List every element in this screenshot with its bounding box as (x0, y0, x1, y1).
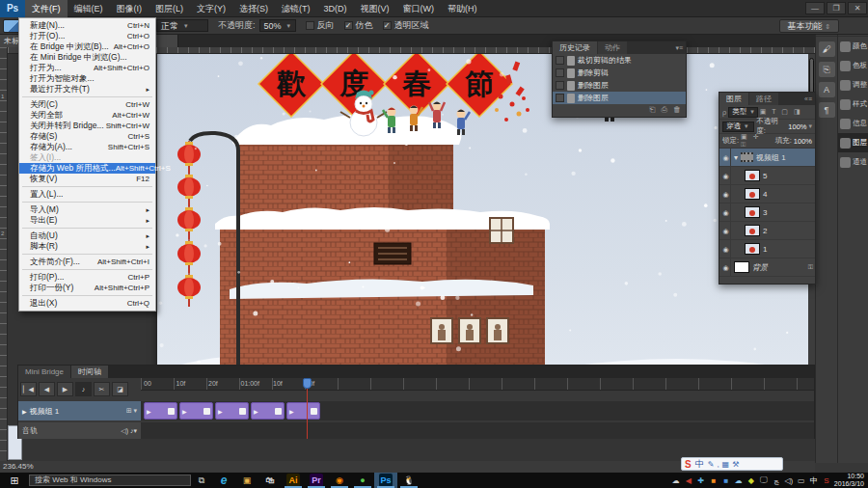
tab-layers[interactable]: 图层 (719, 93, 748, 105)
eye-icon[interactable]: ◉ (721, 203, 731, 221)
fill-value[interactable]: 100% (794, 137, 812, 146)
start-button[interactable]: ⊞ (0, 474, 29, 487)
layer-row[interactable]: ◉1 (719, 240, 815, 258)
menu-7[interactable]: 滤镜(T) (275, 0, 317, 17)
audio-menu-icon[interactable]: ◁) ♪▾ (121, 427, 137, 435)
video-clip[interactable]: ▶ (179, 402, 213, 420)
playhead[interactable] (303, 378, 312, 389)
menu-11[interactable]: 帮助(H) (441, 0, 484, 17)
file-menu-item[interactable]: 导出(E)▸ (19, 215, 155, 226)
file-menu-item[interactable]: 关闭并转到 Bridge...Shift+Ctrl+W (19, 121, 155, 131)
file-menu-item[interactable]: 新建(N)...Ctrl+N (19, 20, 155, 31)
layer-row[interactable]: ◉背景⚿ (719, 258, 815, 277)
history-source-checkbox[interactable] (556, 56, 564, 65)
disclosure-triangle-icon[interactable]: ▾ (734, 153, 738, 162)
taskbar-app-photoshop[interactable]: Ps (374, 473, 397, 488)
file-menu-item[interactable]: 自动(U)▸ (19, 230, 155, 241)
layer-row[interactable]: ◉4 (719, 185, 815, 203)
sogou-tool-icon[interactable]: ▦ (722, 460, 730, 469)
orange-app-icon[interactable]: ■ (709, 476, 719, 485)
eye-icon[interactable]: ◉ (721, 222, 731, 239)
tab-history[interactable]: 历史记录 (553, 41, 597, 54)
dock-panel-信息[interactable]: 信息 (838, 114, 868, 133)
ime-icon[interactable]: 中 (809, 475, 819, 486)
character-icon[interactable]: A (819, 82, 835, 97)
dock-panel-颜色[interactable]: 颜色 (838, 37, 868, 56)
split-clip-icon[interactable]: ✂ (94, 382, 110, 396)
menu-6[interactable]: 选择(S) (232, 0, 275, 17)
layer-thumbnail[interactable] (745, 206, 760, 218)
eye-icon[interactable]: ◉ (721, 185, 731, 203)
zoom-level[interactable]: 236.45% (3, 462, 34, 471)
close-button[interactable]: ✕ (848, 2, 867, 14)
menu-8[interactable]: 3D(D) (317, 0, 354, 17)
menu-2[interactable]: 编辑(E) (68, 0, 110, 17)
opacity-select[interactable]: 50%▾ (259, 19, 296, 32)
task-view-icon[interactable]: ⧉ (191, 475, 212, 486)
option-checkbox-2[interactable]: ✓仿色 (344, 19, 373, 32)
file-menu-item[interactable]: 在 Bridge 中浏览(B)...Alt+Ctrl+O (19, 41, 155, 52)
video-clip[interactable]: ▶ (251, 402, 285, 420)
taskbar-clock[interactable]: 10:50 2016/3/10 (834, 473, 868, 488)
filmstrip-menu-icon[interactable]: ⊞ ▾ (126, 407, 137, 415)
minimize-button[interactable]: — (805, 2, 825, 14)
file-menu-item[interactable]: 打开为...Alt+Shift+Ctrl+O (19, 63, 155, 73)
paragraph-icon[interactable]: ¶ (819, 102, 835, 118)
taskbar-search-input[interactable]: 搜索 Web 和 Windows (29, 474, 191, 486)
layer-thumbnail[interactable] (745, 170, 760, 181)
sogou-logo[interactable]: S (685, 459, 692, 470)
disclosure-triangle-icon[interactable]: ▶ (22, 408, 27, 415)
checkbox-icon[interactable] (306, 21, 314, 30)
option-checkbox-1[interactable]: 反向 (306, 19, 335, 32)
blend-mode-select[interactable]: 正常▾ (156, 19, 208, 32)
sogou-tool-icon[interactable]: ✎ (708, 460, 715, 469)
media-icon[interactable]: ◀ (684, 476, 693, 485)
display-icon[interactable]: 🖵 (759, 475, 769, 485)
layer-row[interactable]: ◉3 (719, 203, 815, 222)
history-source-checkbox[interactable] (556, 68, 564, 77)
history-state[interactable]: 删除图层 (553, 79, 686, 92)
clone-source-icon[interactable]: ⎘ (819, 62, 835, 77)
menu-3[interactable]: 图像(I) (110, 0, 149, 17)
canvas-artwork[interactable]: 歡度春節 (157, 54, 808, 415)
video-clip[interactable]: ▶ (144, 402, 177, 420)
file-menu-item[interactable]: 退出(X)Ctrl+Q (19, 298, 155, 309)
clip-badge-icon[interactable] (203, 408, 210, 415)
delete-state-icon[interactable]: 🗑 (673, 105, 681, 115)
transition-icon[interactable]: ◪ (112, 382, 128, 396)
file-menu-item[interactable]: 关闭全部Alt+Ctrl+W (19, 110, 155, 121)
eye-icon[interactable]: ◉ (721, 240, 731, 258)
file-menu-item[interactable]: 打印(P)...Ctrl+P (19, 272, 155, 283)
panel-menu-icon[interactable]: ▾≡ (672, 41, 686, 54)
file-menu-item[interactable]: 脚本(R)▸ (19, 241, 155, 252)
dock-panel-通道[interactable]: 通道 (838, 152, 868, 172)
layer-row[interactable]: ◉5 (719, 167, 815, 185)
taskbar-app-store[interactable]: 🛍 (258, 473, 282, 488)
history-source-checkbox[interactable] (556, 81, 564, 90)
sogou-tool-icon[interactable]: ⚒ (732, 460, 739, 469)
taskbar-app-360-browser[interactable]: ● (351, 473, 374, 488)
previous-frame-icon[interactable]: ◀ (39, 382, 55, 396)
cloud2-icon[interactable]: ☁ (734, 476, 744, 485)
file-menu-item[interactable]: 最近打开文件(T)▸ (19, 84, 155, 95)
video-group-track[interactable]: ▶ 视频组 1 ⊞ ▾ (18, 401, 141, 420)
eye-icon[interactable]: ◉ (721, 167, 731, 184)
history-state[interactable]: 裁切剪辑的结果 (553, 54, 686, 67)
monitor-icon[interactable]: ▭ (797, 476, 806, 485)
layer-filter-select[interactable]: 类型▾ (728, 107, 758, 118)
file-menu-item[interactable]: 签入(I)... (19, 152, 155, 163)
eye-icon[interactable]: ◉ (721, 258, 731, 276)
taskbar-app-edge[interactable]: e (212, 473, 235, 488)
restore-button[interactable]: ❐ (827, 2, 846, 14)
file-menu-item[interactable]: 导入(M)▸ (19, 204, 155, 215)
new-document-from-state-icon[interactable]: ⎗ (649, 105, 655, 115)
file-menu-item[interactable]: 关闭(C)Ctrl+W (19, 99, 155, 110)
menu-4[interactable]: 图层(L) (149, 0, 190, 17)
layer-thumbnail[interactable] (745, 188, 760, 200)
filter-type-icons[interactable]: ▣ T ▢ ◨ (760, 108, 802, 116)
clip-badge-icon[interactable] (239, 408, 246, 415)
volume-icon[interactable]: ◁) (784, 476, 794, 485)
tab-timeline[interactable]: 时间轴 (71, 366, 108, 378)
cloud-icon[interactable]: ☁ (671, 476, 681, 485)
audio-track[interactable]: 音轨 ◁) ♪▾ (18, 422, 141, 439)
